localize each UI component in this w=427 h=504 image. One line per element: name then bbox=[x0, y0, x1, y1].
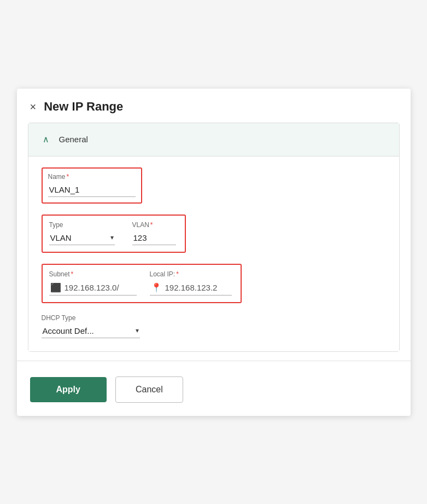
dhcp-dropdown-arrow-icon: ▾ bbox=[136, 327, 139, 334]
dialog-title: New IP Range bbox=[44, 100, 123, 114]
dhcp-value: Account Def... bbox=[43, 326, 133, 335]
vlan-field: VLAN* bbox=[132, 221, 176, 245]
button-row: Apply Cancel bbox=[17, 372, 411, 416]
divider bbox=[17, 361, 411, 361]
localip-input-wrapper: 📍 bbox=[150, 280, 232, 296]
name-field-group: Name* bbox=[42, 167, 386, 204]
localip-field: Local IP:* 📍 bbox=[150, 270, 232, 296]
apply-button[interactable]: Apply bbox=[30, 377, 107, 402]
name-input[interactable] bbox=[48, 183, 136, 197]
type-select[interactable]: VLAN ▾ bbox=[49, 231, 115, 245]
type-dropdown-arrow-icon: ▾ bbox=[110, 234, 114, 241]
section-body: Name* Type VLAN ▾ bbox=[28, 157, 399, 351]
dhcp-select[interactable]: Account Def... ▾ bbox=[42, 324, 140, 338]
cancel-button[interactable]: Cancel bbox=[115, 376, 183, 403]
localip-label: Local IP:* bbox=[150, 270, 232, 278]
subnet-field: Subnet* ⬛ bbox=[49, 270, 137, 296]
subnet-localip-highlighted-box: Subnet* ⬛ Local IP:* 📍 bbox=[42, 264, 242, 303]
close-icon[interactable]: × bbox=[30, 101, 37, 112]
type-value: VLAN bbox=[50, 233, 108, 242]
subnet-input-wrapper: ⬛ bbox=[49, 280, 137, 296]
dhcp-label: DHCP Type bbox=[42, 314, 386, 322]
section-header: ∧ General bbox=[28, 123, 399, 157]
type-field: Type VLAN ▾ bbox=[49, 221, 115, 245]
dhcp-field-group: DHCP Type Account Def... ▾ bbox=[42, 314, 386, 338]
subnet-localip-row: Subnet* ⬛ Local IP:* 📍 bbox=[42, 264, 386, 303]
chevron-up-icon[interactable]: ∧ bbox=[37, 131, 55, 148]
type-vlan-highlighted-box: Type VLAN ▾ VLAN* bbox=[42, 215, 186, 253]
network-icon: ⬛ bbox=[50, 282, 61, 293]
location-icon: 📍 bbox=[151, 282, 162, 293]
section-title: General bbox=[59, 135, 88, 144]
name-highlighted-box: Name* bbox=[42, 167, 142, 204]
subnet-label: Subnet* bbox=[49, 270, 137, 278]
general-section: ∧ General Name* Type bbox=[28, 123, 400, 352]
localip-input[interactable] bbox=[165, 283, 231, 292]
subnet-input[interactable] bbox=[65, 283, 136, 292]
vlan-input[interactable] bbox=[132, 231, 176, 245]
name-label: Name* bbox=[48, 173, 136, 181]
type-label: Type bbox=[49, 221, 115, 229]
vlan-label: VLAN* bbox=[132, 221, 176, 229]
new-ip-range-dialog: × New IP Range ∧ General Name* bbox=[17, 89, 411, 416]
dialog-header: × New IP Range bbox=[17, 89, 411, 123]
type-vlan-row: Type VLAN ▾ VLAN* bbox=[42, 215, 386, 253]
